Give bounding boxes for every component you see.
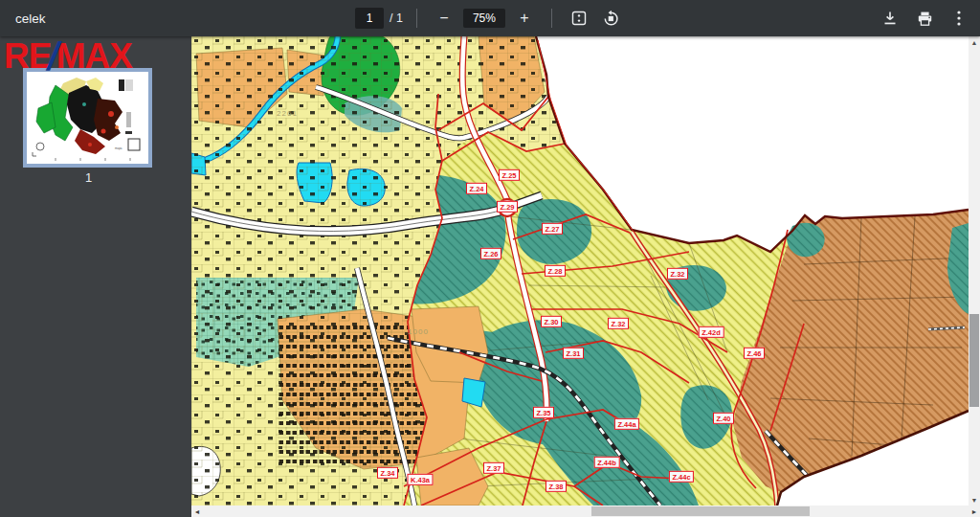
toolbar-separator (551, 9, 552, 28)
zoom-in-button[interactable]: + (511, 5, 538, 32)
scroll-left-arrow[interactable]: ◄ (191, 506, 203, 517)
page-count-label: / 1 (390, 11, 403, 25)
vertical-scrollbar-thumb[interactable] (969, 314, 979, 407)
scroll-up-arrow[interactable]: ▲ (969, 36, 980, 48)
scroll-down-arrow[interactable]: ▼ (969, 494, 980, 506)
rotate-counterclockwise-icon (603, 11, 619, 27)
toolbar: celek / 1 − 75% + (0, 0, 980, 36)
zoom-level-display: 75% (463, 9, 505, 28)
toolbar-center: / 1 − 75% + (0, 0, 980, 36)
rotate-button[interactable] (598, 5, 625, 32)
remax-logo: RE/MAX (4, 38, 132, 74)
remax-logo-max: MAX (56, 36, 132, 76)
remax-logo-re: RE (4, 36, 51, 76)
download-icon (882, 11, 898, 26)
print-button[interactable] (911, 5, 938, 32)
vertical-scrollbar[interactable]: ▲ ▼ (969, 36, 980, 506)
download-button[interactable] (877, 5, 903, 32)
thumbnail-map-image: mapa (27, 72, 148, 164)
zoom-out-button[interactable]: − (431, 5, 457, 32)
toolbar-right (877, 0, 972, 36)
scroll-right-arrow[interactable]: ► (969, 506, 980, 517)
pdf-viewer-window: celek / 1 − 75% + (0, 0, 980, 517)
page-thumbnail[interactable]: mapa (27, 72, 148, 164)
fit-to-page-button[interactable] (566, 5, 592, 32)
horizontal-scrollbar-thumb[interactable] (591, 506, 810, 516)
more-options-button[interactable] (946, 5, 972, 32)
thumbnail-panel: mapa 1 (0, 36, 191, 517)
zoning-map (191, 36, 969, 506)
print-icon (917, 11, 933, 27)
thumbnail-page-number: 1 (0, 170, 177, 185)
page-number-input[interactable] (355, 8, 384, 29)
toolbar-separator (416, 9, 417, 28)
more-vertical-icon (957, 11, 961, 26)
horizontal-scrollbar[interactable]: ◄ ► (191, 506, 980, 517)
pdf-page: Z.24Z.25Z.29Z.27Z.26Z.28Z.32Z.30Z.32Z.31… (191, 36, 969, 506)
svg-text:mapa: mapa (115, 146, 122, 150)
fit-to-page-icon (571, 11, 587, 26)
